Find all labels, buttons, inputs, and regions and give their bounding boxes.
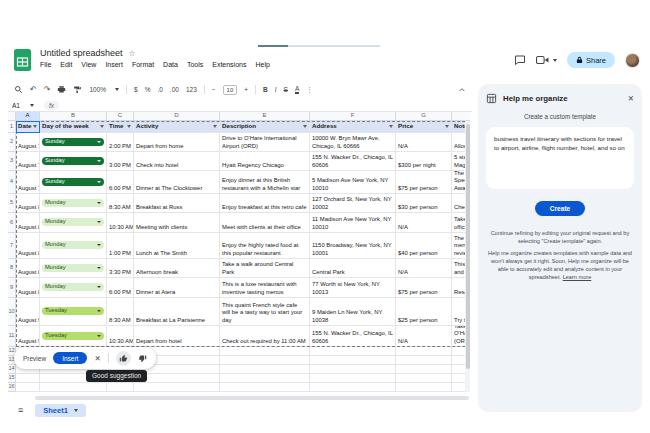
sheets-logo-icon[interactable] (14, 49, 31, 71)
name-box[interactable]: A1 (8, 102, 38, 109)
cell-A11[interactable]: August 9 (16, 326, 40, 347)
day-dropdown-chip[interactable]: Sunday (42, 138, 104, 146)
cell-G11[interactable]: N/A (396, 326, 452, 347)
document-title[interactable]: Untitled spreadsheet (40, 48, 123, 58)
paint-format-icon[interactable] (73, 85, 82, 94)
cell-D16[interactable] (134, 383, 220, 392)
cell-F4[interactable]: 5 Madison Ave New York, NY 10010 (310, 171, 396, 194)
table-header-date[interactable]: Date (16, 121, 40, 133)
cell-E11[interactable]: Check out required by 11:00 AM (220, 326, 310, 347)
meet-camera-icon[interactable] (536, 55, 557, 65)
italic-button[interactable]: I (275, 86, 277, 93)
cell-F13[interactable] (310, 356, 396, 365)
cell-D8[interactable]: Afternoon break (134, 259, 220, 278)
cell-D4[interactable]: Dinner at The Clocktower (134, 171, 220, 194)
format-percent-button[interactable]: % (145, 86, 151, 93)
cell-E16[interactable] (220, 383, 310, 392)
cell-G4[interactable]: $75 per person (396, 171, 452, 194)
row-header-6[interactable]: 6 (8, 213, 16, 233)
comment-history-icon[interactable] (514, 54, 526, 66)
cell-A7[interactable]: August 8 (16, 233, 40, 259)
zoom-select[interactable]: 100% (89, 86, 106, 93)
vertical-scrollbar[interactable] (465, 121, 470, 392)
print-icon[interactable] (57, 85, 66, 94)
cell-G5[interactable]: $30 per person (396, 194, 452, 213)
menu-help[interactable]: Help (255, 61, 269, 68)
cell-F11[interactable]: 155 N. Wacker Dr., Chicago, IL 60606 (310, 326, 396, 347)
table-header-day-of-the-week[interactable]: Day of the week (40, 121, 107, 133)
cell-F2[interactable]: 10000 W. Bryn Mawr Ave, Chicago, IL 6066… (310, 133, 396, 152)
cell-E3[interactable]: Hyatt Regency Chicago (220, 152, 310, 171)
table-header-address[interactable]: Address (310, 121, 396, 133)
cell-B11[interactable]: Tuesday (40, 326, 107, 347)
row-header-5[interactable]: 5 (8, 194, 16, 213)
row-header-7[interactable]: 7 (8, 233, 16, 259)
column-header-H[interactable]: H (452, 112, 470, 121)
filter-icon[interactable] (389, 125, 393, 128)
prompt-textarea[interactable]: business travel itinerary with sections … (486, 127, 634, 189)
cell-F12[interactable] (310, 347, 396, 356)
cell-B9[interactable]: Monday (40, 278, 107, 298)
cell-F15[interactable] (310, 374, 396, 383)
create-button[interactable]: Create (535, 201, 586, 216)
day-dropdown-chip[interactable]: Monday (42, 218, 104, 226)
cell-G16[interactable] (396, 383, 452, 392)
cell-D9[interactable]: Dinner at Atera (134, 278, 220, 298)
filter-icon[interactable] (127, 125, 131, 128)
select-all-corner[interactable] (8, 112, 16, 121)
filter-icon[interactable] (33, 125, 37, 128)
cell-G7[interactable]: $40 per person (396, 233, 452, 259)
day-dropdown-chip[interactable]: Sunday (42, 178, 104, 186)
cell-F9[interactable]: 77 Worth st New York, NY 10013 (310, 278, 396, 298)
table-header-activity[interactable]: Activity (134, 121, 220, 133)
cell-E8[interactable]: Take a walk around Central Park (220, 259, 310, 278)
filter-icon[interactable] (213, 125, 217, 128)
cell-F10[interactable]: 9 Maiden Ln New York, NY 10038 (310, 298, 396, 326)
column-header-B[interactable]: B (40, 112, 107, 121)
decrease-font-size-button[interactable]: − (212, 86, 216, 93)
vertical-scrollbar-thumb[interactable] (466, 124, 470, 369)
cell-G12[interactable] (396, 347, 452, 356)
cell-C5[interactable]: 8:30 AM (107, 194, 134, 213)
cell-E13[interactable] (220, 356, 310, 365)
cell-B7[interactable]: Monday (40, 233, 107, 259)
thumbs-down-button[interactable] (138, 354, 147, 363)
filter-icon[interactable] (445, 125, 449, 128)
menu-tools[interactable]: Tools (187, 61, 203, 68)
cell-G2[interactable]: N/A (396, 133, 452, 152)
close-icon[interactable]: ✕ (628, 94, 634, 103)
cell-G10[interactable]: $25 per person (396, 298, 452, 326)
cell-G6[interactable]: N/A (396, 213, 452, 233)
row-header-3[interactable]: 3 (8, 152, 16, 171)
cell-B8[interactable]: Monday (40, 259, 107, 278)
redo-icon[interactable]: ↷ (44, 85, 51, 94)
font-size-input[interactable]: 10 (223, 85, 238, 95)
cell-A16[interactable] (16, 383, 40, 392)
cell-B16[interactable] (40, 383, 107, 392)
increase-font-size-button[interactable]: + (244, 86, 248, 93)
cell-G3[interactable]: $300 per night (396, 152, 452, 171)
cell-E2[interactable]: Drive to O'Hare International Airport (O… (220, 133, 310, 152)
row-header-16[interactable]: 16 (8, 383, 16, 392)
format-currency-button[interactable]: $ (134, 86, 138, 93)
row-header-4[interactable]: 4 (8, 171, 16, 194)
cell-A15[interactable] (16, 374, 40, 383)
menu-extensions[interactable]: Extensions (212, 61, 246, 68)
cell-C6[interactable]: 10:30 AM (107, 213, 134, 233)
row-header-9[interactable]: 9 (8, 278, 16, 298)
menu-insert[interactable]: Insert (105, 61, 123, 68)
cell-C3[interactable]: 3:00 PM (107, 152, 134, 171)
cell-B4[interactable]: Sunday (40, 171, 107, 194)
cell-C10[interactable]: 8:30 AM (107, 298, 134, 326)
cell-C9[interactable]: 6:00 PM (107, 278, 134, 298)
thumbs-up-button[interactable] (116, 351, 131, 366)
day-dropdown-chip[interactable]: Tuesday (42, 332, 104, 340)
cell-A4[interactable]: August 7 (16, 171, 40, 194)
cell-D10[interactable]: Breakfast at La Parisienne (134, 298, 220, 326)
row-header-2[interactable]: 2 (8, 133, 16, 152)
cell-D3[interactable]: Check into hotel (134, 152, 220, 171)
text-color-button[interactable]: A (295, 86, 299, 94)
cell-A8[interactable]: August 8 (16, 259, 40, 278)
row-header-8[interactable]: 8 (8, 259, 16, 278)
cell-C16[interactable] (107, 383, 134, 392)
